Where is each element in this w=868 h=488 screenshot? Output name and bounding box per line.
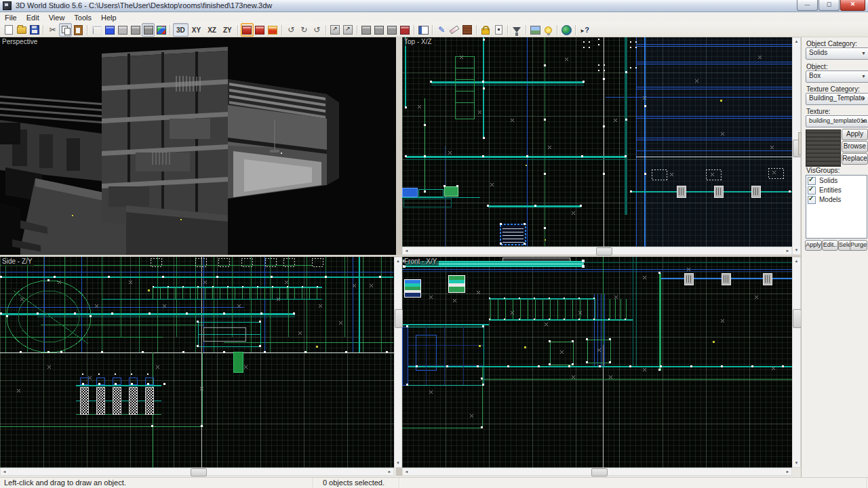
scroll-right-button[interactable] bbox=[784, 468, 791, 475]
texture-apply-button[interactable]: Apply bbox=[842, 129, 868, 140]
close-button[interactable] bbox=[840, 0, 865, 11]
scroll-thumb[interactable] bbox=[395, 309, 403, 328]
viewport-top-label: Top - X/Z bbox=[403, 38, 434, 46]
scroll-thumb[interactable] bbox=[596, 247, 612, 256]
object-category-select[interactable]: Solids bbox=[806, 47, 868, 60]
texture-tool-button[interactable] bbox=[461, 23, 474, 37]
menu-help[interactable]: Help bbox=[96, 13, 121, 22]
visgroup-row-entities[interactable]: Entities bbox=[808, 186, 867, 195]
view-xy-button[interactable]: XY bbox=[189, 23, 204, 37]
scroll-up-button[interactable] bbox=[395, 258, 401, 265]
maximize-button[interactable] bbox=[818, 0, 840, 11]
grey-cube-icon bbox=[131, 26, 140, 35]
group-button[interactable] bbox=[386, 23, 399, 37]
checkbox-checked-icon[interactable] bbox=[808, 186, 816, 195]
texture-category-value: Building_Template bbox=[809, 94, 865, 102]
vertex-tool-button[interactable]: ✎ bbox=[435, 23, 448, 37]
rotate-z-button[interactable]: ↺ bbox=[311, 23, 323, 37]
lit-box-button[interactable] bbox=[142, 23, 155, 37]
checkbox-checked-icon[interactable] bbox=[808, 177, 816, 185]
viewport-splitter-vertical[interactable] bbox=[396, 37, 402, 255]
lighting-button[interactable] bbox=[542, 23, 555, 37]
pen-icon: ✎ bbox=[438, 26, 445, 34]
minimize-button[interactable] bbox=[797, 0, 818, 11]
run-map-button[interactable] bbox=[560, 23, 573, 37]
scroll-down-button[interactable] bbox=[395, 460, 401, 467]
menu-file[interactable]: File bbox=[0, 13, 22, 22]
scale-mode-button[interactable] bbox=[267, 23, 279, 37]
view-zy-button[interactable]: ZY bbox=[220, 23, 235, 37]
screenshot-button[interactable] bbox=[529, 23, 542, 37]
front-view-hscrollbar[interactable] bbox=[402, 468, 792, 476]
side-view-vscrollbar[interactable] bbox=[394, 257, 402, 468]
object-select[interactable]: Box bbox=[806, 70, 868, 83]
scroll-thumb[interactable] bbox=[191, 468, 207, 476]
scroll-left-button[interactable] bbox=[403, 468, 410, 475]
save-button[interactable] bbox=[28, 23, 41, 37]
visgroups-apply-button[interactable]: Apply bbox=[805, 240, 822, 251]
context-help-button[interactable]: ? bbox=[578, 23, 591, 37]
front-view-vscrollbar[interactable] bbox=[792, 257, 801, 468]
top-view-hscrollbar[interactable] bbox=[402, 247, 792, 255]
mirror-button[interactable] bbox=[342, 23, 355, 37]
spotlight-button[interactable] bbox=[511, 23, 524, 37]
visgroups-purge-button[interactable]: Purge bbox=[850, 240, 867, 251]
scroll-down-button[interactable] bbox=[793, 247, 800, 254]
texture-replace-button[interactable]: Replace bbox=[842, 153, 868, 165]
shaded-box-button[interactable] bbox=[116, 23, 129, 37]
copy-button[interactable] bbox=[59, 23, 72, 37]
carve-button[interactable] bbox=[360, 23, 373, 37]
scroll-left-button[interactable] bbox=[1, 468, 8, 475]
menu-edit[interactable]: Edit bbox=[22, 13, 44, 22]
move-mode-button[interactable] bbox=[254, 23, 267, 37]
toolbar-separator bbox=[507, 25, 509, 35]
viewport-top[interactable]: Top - X/Z bbox=[402, 37, 792, 247]
scroll-right-button[interactable] bbox=[386, 468, 393, 475]
title-bar[interactable]: 3D World Studio 5.6 - C:\Users\TheUser\D… bbox=[0, 0, 868, 12]
scroll-up-button[interactable] bbox=[793, 38, 800, 45]
visgroups-list[interactable]: Solids Entities Models bbox=[806, 175, 867, 239]
texture-select[interactable]: building_template01a bbox=[806, 115, 868, 127]
scroll-right-button[interactable] bbox=[784, 247, 791, 254]
side-view-hscrollbar[interactable] bbox=[0, 468, 394, 476]
scroll-up-button[interactable] bbox=[793, 258, 800, 265]
cut-button[interactable]: ✂ bbox=[46, 23, 59, 37]
new-file-button[interactable] bbox=[2, 23, 15, 37]
view-xz-button[interactable]: XZ bbox=[204, 23, 220, 37]
panel-collapse-handle[interactable] bbox=[798, 132, 802, 155]
subtract-button[interactable] bbox=[399, 23, 412, 37]
textured-box-button[interactable] bbox=[129, 23, 142, 37]
panel-toggle-button[interactable] bbox=[417, 23, 430, 37]
visgroup-row-solids[interactable]: Solids bbox=[808, 176, 867, 185]
checkbox-checked-icon[interactable] bbox=[808, 196, 816, 204]
hollow-button[interactable] bbox=[373, 23, 386, 37]
viewport-front[interactable]: Front - X/Y bbox=[402, 257, 792, 468]
select-mode-button[interactable] bbox=[241, 23, 254, 37]
view-3d-button[interactable]: 3D bbox=[173, 23, 189, 37]
open-file-button[interactable] bbox=[15, 23, 28, 37]
toolbar-separator bbox=[87, 25, 88, 35]
texture-preview[interactable] bbox=[806, 129, 841, 167]
menu-view[interactable]: View bbox=[44, 13, 70, 22]
viewport-side[interactable]: Side - Z/Y bbox=[0, 257, 394, 468]
flip-button[interactable] bbox=[329, 23, 342, 37]
scroll-down-button[interactable] bbox=[793, 460, 800, 467]
lock-button[interactable] bbox=[479, 23, 492, 37]
entity-button[interactable] bbox=[492, 23, 505, 37]
scroll-left-button[interactable] bbox=[403, 247, 410, 254]
menu-tools[interactable]: Tools bbox=[69, 13, 96, 22]
wireframe-box-button[interactable] bbox=[90, 23, 103, 37]
clip-tool-button[interactable] bbox=[448, 23, 461, 37]
paste-button[interactable] bbox=[72, 23, 85, 37]
texture-browse-button[interactable]: Browse bbox=[842, 141, 868, 152]
color-mode-button[interactable] bbox=[155, 23, 167, 37]
scroll-thumb[interactable] bbox=[591, 468, 608, 476]
chevron-down-icon bbox=[860, 116, 867, 125]
viewport-perspective[interactable]: Perspective bbox=[0, 37, 396, 255]
visgroup-row-models[interactable]: Models bbox=[808, 195, 867, 204]
rotate-x-button[interactable]: ↺ bbox=[285, 23, 298, 37]
rotate-y-button[interactable]: ↻ bbox=[298, 23, 311, 37]
texture-category-select[interactable]: Building_Template bbox=[806, 93, 868, 105]
solid-box-button[interactable] bbox=[103, 23, 116, 37]
visgroups-edit-button[interactable]: Edit.. bbox=[822, 240, 838, 251]
